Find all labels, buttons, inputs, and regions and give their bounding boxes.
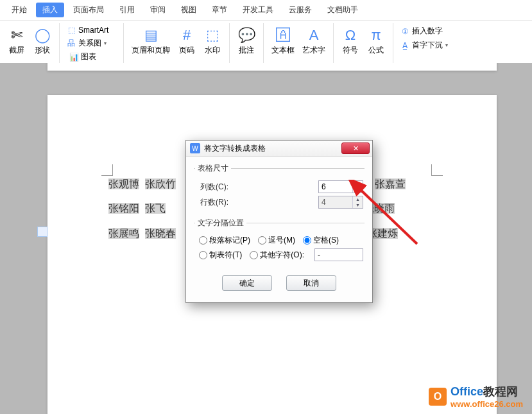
cancel-button[interactable]: 取消 [286, 275, 336, 291]
menu-references[interactable]: 引用 [113, 3, 141, 17]
table-size-fieldset: 表格尺寸 列数(C): ▲▼ 行数(R): ▲▼ [194, 163, 365, 212]
other-char-input[interactable] [314, 248, 363, 261]
separator-fieldset: 文字分隔位置 段落标记(P) 逗号(M) 空格(S) 制表符(T) 其他字符(O… [194, 218, 365, 265]
fieldset-legend: 文字分隔位置 [195, 218, 246, 229]
watermark: O Office教程网 www.office26.com [429, 384, 523, 409]
app-icon: W [190, 143, 200, 153]
header-footer-icon: ▤ [144, 27, 158, 44]
shapes-button[interactable]: ◯ 形状 [30, 24, 55, 58]
menu-start[interactable]: 开始 [5, 3, 33, 17]
menu-review[interactable]: 审阅 [144, 3, 172, 17]
number-icon: ① [400, 27, 410, 36]
watermark-icon: ⬚ [206, 27, 219, 44]
radio-comma[interactable]: 逗号(M) [258, 235, 295, 246]
pi-icon: π [371, 27, 381, 44]
chart-button[interactable]: 📊图表 [66, 50, 119, 64]
watermark-button[interactable]: ⬚水印 [200, 24, 225, 58]
chart-icon: 📊 [69, 53, 79, 62]
radio-tab[interactable]: 制表符(T) [199, 250, 242, 261]
dialog-titlebar[interactable]: W 将文字转换成表格 ✕ [186, 141, 372, 157]
header-footer-button[interactable]: ▤页眉和页脚 [128, 24, 174, 58]
shapes-icon: ◯ [35, 27, 51, 44]
equation-button[interactable]: π公式 [363, 24, 389, 58]
watermark-url: www.office26.com [450, 399, 523, 409]
relation-icon: 品 [66, 38, 76, 49]
menu-page-layout[interactable]: 页面布局 [67, 3, 110, 17]
menu-cloud[interactable]: 云服务 [282, 3, 318, 17]
spinner-up[interactable]: ▲ [353, 181, 363, 187]
textbox-button[interactable]: 🄰文本框 [268, 24, 298, 58]
relation-button[interactable]: 品关系图▾ [64, 37, 119, 50]
menubar: 开始 插入 页面布局 引用 审阅 视图 章节 开发工具 云服务 文档助手 [0, 0, 532, 21]
cols-spinner[interactable]: ▲▼ [318, 180, 363, 193]
office-logo-icon: O [429, 388, 447, 406]
textbox-icon: 🄰 [276, 27, 290, 44]
cols-label: 列数(C): [200, 182, 237, 193]
section-marker-icon[interactable] [37, 227, 47, 237]
comment-icon: 💬 [238, 27, 255, 44]
rows-label: 行数(R): [200, 197, 237, 208]
label: 形状 [35, 45, 50, 56]
radio-space[interactable]: 空格(S) [303, 235, 339, 246]
dropcap-button[interactable]: A̲首字下沉▾ [397, 39, 450, 52]
comment-button[interactable]: 💬批注 [234, 24, 259, 58]
cols-input[interactable] [319, 181, 352, 193]
menu-sections[interactable]: 章节 [205, 3, 234, 17]
symbol-button[interactable]: Ω符号 [338, 24, 363, 58]
previous-page [47, 63, 497, 71]
ok-button[interactable]: 确定 [222, 275, 272, 291]
page-number-button[interactable]: #页码 [174, 24, 200, 58]
chevron-down-icon: ▾ [104, 40, 107, 46]
insert-number-button[interactable]: ①插入数字 [397, 24, 450, 38]
spinner-down: ▼ [353, 202, 363, 208]
menu-doc-assistant[interactable]: 文档助手 [321, 3, 365, 17]
rows-spinner: ▲▼ [318, 196, 363, 209]
radio-paragraph[interactable]: 段落标记(P) [199, 235, 250, 246]
smartart-button[interactable]: ⬚SmartArt [64, 24, 119, 36]
convert-text-to-table-dialog: W 将文字转换成表格 ✕ 表格尺寸 列数(C): ▲▼ 行数(R): ▲▼ [185, 140, 373, 303]
screenshot-button[interactable]: ✄ 截屏 [4, 24, 30, 58]
fieldset-legend: 表格尺寸 [195, 163, 231, 174]
dropcap-icon: A̲ [400, 41, 410, 50]
radio-other[interactable]: 其他字符(O): [250, 250, 304, 261]
page-number-icon: # [183, 27, 191, 44]
menu-insert[interactable]: 插入 [36, 3, 64, 17]
menu-view[interactable]: 视图 [175, 3, 203, 17]
menu-devtools[interactable]: 开发工具 [236, 3, 280, 17]
chevron-down-icon: ▾ [445, 42, 448, 48]
smartart-icon: ⬚ [66, 26, 76, 35]
margin-corner [431, 164, 443, 176]
spinner-up: ▲ [353, 196, 363, 202]
omega-icon: Ω [345, 27, 356, 44]
wordart-button[interactable]: A艺术字 [298, 24, 329, 58]
rows-input [319, 196, 352, 208]
close-button[interactable]: ✕ [341, 142, 370, 154]
margin-corner [101, 164, 113, 176]
wordart-icon: A [309, 27, 319, 44]
scissors-icon: ✄ [11, 27, 22, 44]
spinner-down[interactable]: ▼ [353, 187, 363, 193]
label: 截屏 [9, 45, 24, 56]
dialog-title: 将文字转换成表格 [204, 143, 341, 154]
